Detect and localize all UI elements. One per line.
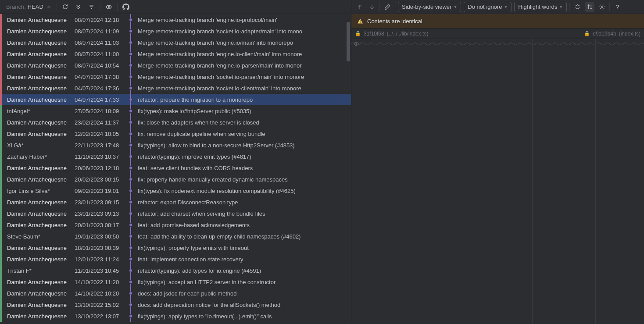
- commit-graph-node: [127, 265, 134, 276]
- diff-viewer-dropdown[interactable]: Side-by-side viewer ▼: [398, 2, 461, 12]
- commit-row[interactable]: Damien Arrachequesne23/02/2024 11:37fix:…: [0, 117, 351, 128]
- branch-color-bar: [0, 276, 2, 288]
- commit-row[interactable]: Damien Arrachequesne04/07/2024 17:33refa…: [0, 94, 351, 105]
- commit-row[interactable]: Damien Arrachequesne13/10/2022 13:07fix(…: [0, 310, 351, 322]
- diff-gutter: [595, 39, 596, 324]
- commit-message: docs: add deprecation notice for the all…: [134, 302, 351, 308]
- commit-row[interactable]: Damien Arrachequesne12/01/2023 11:24feat…: [0, 253, 351, 265]
- left-hash: 31f10f68: [364, 31, 384, 37]
- svg-point-0: [108, 6, 109, 7]
- refresh-icon[interactable]: [61, 2, 70, 12]
- commit-graph-node: [127, 310, 134, 322]
- commit-date: 08/07/2024 12:18: [75, 17, 127, 23]
- commit-row[interactable]: Igor Lins e Silva*09/02/2023 19:01fix(ty…: [0, 185, 351, 196]
- commit-row[interactable]: Xi Gà*22/11/2023 17:48fix(typings): allo…: [0, 139, 351, 151]
- commit-message: Merge remote-tracking branch 'engine.io-…: [134, 62, 351, 69]
- close-icon[interactable]: ×: [47, 4, 50, 10]
- chevron-down-icon: ▼: [559, 5, 563, 9]
- commit-row[interactable]: Damien Arrachequesne08/07/2024 11:03Merg…: [0, 37, 351, 48]
- right-file-label: 🔒 d9d19b4b (index.ts): [498, 28, 644, 39]
- scrollbar-thumb[interactable]: [347, 22, 350, 61]
- lock-icon: 🔒: [355, 31, 361, 36]
- commit-row[interactable]: Damien Arrachequesne08/07/2024 11:09Merg…: [0, 25, 351, 37]
- commit-graph-node: [127, 82, 134, 94]
- edit-icon[interactable]: [383, 2, 392, 12]
- commit-author: Xi Gà*: [3, 142, 75, 149]
- commit-row[interactable]: Damien Arrachequesne18/01/2023 08:39fix(…: [0, 242, 351, 253]
- commit-date: 08/07/2024 11:00: [75, 51, 127, 57]
- branch-color-bar: [0, 117, 2, 128]
- commit-message: refactor: prepare the migration to a mon…: [134, 96, 351, 103]
- commit-row[interactable]: Damien Arrachequesne08/07/2024 12:18Merg…: [0, 14, 351, 25]
- help-icon[interactable]: ?: [612, 2, 622, 12]
- filter-icon[interactable]: [87, 2, 97, 12]
- left-path: (../../../lib/index.ts): [387, 31, 429, 37]
- commit-message: docs: add jsdoc for each public method: [134, 290, 351, 297]
- commit-author: Damien Arrachequesne: [3, 28, 75, 35]
- commit-graph-node: [127, 231, 134, 242]
- highlight-dropdown[interactable]: Highlight words ▼: [514, 2, 567, 12]
- commit-row[interactable]: Steve Baum*19/01/2023 00:50feat: add the…: [0, 231, 351, 242]
- commit-message: refactor(typings): improve emit types (#…: [134, 153, 351, 160]
- branch-color-bar: [0, 82, 2, 94]
- commit-date: 08/07/2024 10:54: [75, 62, 127, 69]
- commit-row[interactable]: Damien Arrachequesne20/02/2023 00:15fix:…: [0, 174, 351, 185]
- banner-text: Contents are identical: [367, 18, 422, 25]
- file-header: 🔒 31f10f68 (../../../lib/index.ts) 🔒 d9d…: [351, 28, 644, 39]
- commit-message: fix(typings): properly type emits with t…: [134, 245, 351, 251]
- settings-gear-icon[interactable]: [597, 2, 607, 12]
- commit-author: Igor Lins e Silva*: [3, 188, 75, 194]
- commit-row[interactable]: Tristan F*11/01/2023 10:45refactor(typin…: [0, 265, 351, 276]
- next-diff-icon[interactable]: [367, 2, 377, 12]
- commit-graph-node: [127, 128, 134, 139]
- commit-row[interactable]: Damien Arrachequesne23/01/2023 09:13refa…: [0, 208, 351, 219]
- commit-row[interactable]: Zachary Haber*11/10/2023 10:37refactor(t…: [0, 151, 351, 162]
- commit-graph-node: [127, 242, 134, 253]
- commit-graph-node: [127, 25, 134, 37]
- commit-graph-node: [127, 299, 134, 310]
- commit-graph-node: [127, 276, 134, 288]
- diff-viewer-area[interactable]: [351, 39, 644, 324]
- branch-color-bar: [0, 208, 2, 219]
- left-file-label: 🔒 31f10f68 (../../../lib/index.ts): [351, 28, 498, 39]
- commit-author: Damien Arrachequesne: [3, 290, 75, 297]
- commit-row[interactable]: Damien Arrachequesne20/01/2023 08:17feat…: [0, 219, 351, 231]
- commit-row[interactable]: tnfAngel*27/05/2024 18:09fix(types): mak…: [0, 105, 351, 117]
- branch-color-bar: [0, 196, 2, 208]
- commit-author: Damien Arrachequesne: [3, 96, 75, 103]
- commit-row[interactable]: Damien Arrachequesne04/07/2024 17:36Merg…: [0, 82, 351, 94]
- commit-row[interactable]: Damien Arrachequesne14/10/2022 11:20fix(…: [0, 276, 351, 288]
- branch-indicator[interactable]: Branch: HEAD ×: [4, 3, 53, 11]
- ignore-whitespace-dropdown[interactable]: Do not ignore ▼: [464, 2, 512, 12]
- collapse-unchanged-icon[interactable]: [572, 2, 582, 12]
- cherry-pick-icon[interactable]: [74, 2, 83, 12]
- commit-row[interactable]: Damien Arrachequesne13/10/2022 15:02docs…: [0, 299, 351, 310]
- commit-row[interactable]: Damien Arrachequesne20/06/2023 12:18feat…: [0, 162, 351, 174]
- github-icon[interactable]: [121, 2, 131, 12]
- sync-scroll-icon[interactable]: [585, 2, 594, 12]
- commit-message: fix(typings): allow to bind to a non-sec…: [134, 142, 351, 149]
- commit-row[interactable]: Damien Arrachequesne08/07/2024 11:00Merg…: [0, 48, 351, 60]
- commit-graph-node: [127, 151, 134, 162]
- prev-diff-icon[interactable]: [355, 2, 365, 12]
- eye-icon[interactable]: [104, 2, 114, 12]
- commit-message: refactor: export DisconnectReason type: [134, 199, 351, 206]
- commit-date: 09/02/2023 19:01: [75, 188, 127, 194]
- commit-row[interactable]: Damien Arrachequesne08/07/2024 10:54Merg…: [0, 60, 351, 71]
- branch-color-bar: [0, 139, 2, 151]
- commit-message: fix(types): fix nodenext module resoluti…: [134, 188, 351, 194]
- branch-color-bar: [0, 242, 2, 253]
- commit-author: Damien Arrachequesne: [3, 119, 75, 126]
- commit-list[interactable]: Damien Arrachequesne08/07/2024 12:18Merg…: [0, 14, 351, 324]
- commit-row[interactable]: Damien Arrachequesne04/07/2024 17:38Merg…: [0, 71, 351, 82]
- commit-date: 11/10/2023 10:37: [75, 153, 127, 160]
- commit-author: Damien Arrachequesne: [3, 51, 75, 57]
- commit-row[interactable]: Damien Arrachequesne14/10/2022 10:20docs…: [0, 288, 351, 299]
- commit-row[interactable]: Damien Arrachequesne23/01/2023 09:15refa…: [0, 196, 351, 208]
- commit-row[interactable]: Damien Arrachequesne12/02/2024 18:05fix:…: [0, 128, 351, 139]
- chevron-down-icon: ▼: [453, 5, 457, 9]
- commit-date: 13/10/2022 13:07: [75, 313, 127, 320]
- commit-author: Damien Arrachequesne: [3, 85, 75, 92]
- commit-graph-node: [127, 71, 134, 82]
- commit-message: Merge remote-tracking branch 'engine.io-…: [134, 17, 351, 23]
